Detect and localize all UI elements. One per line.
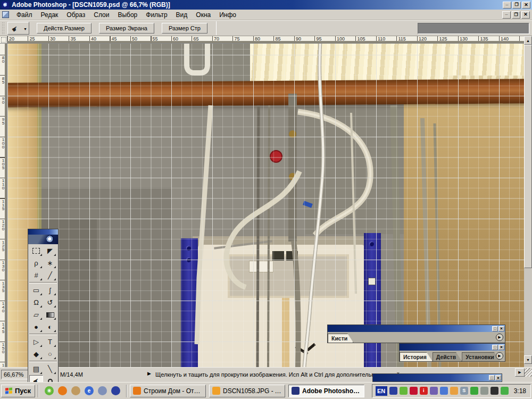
tool-magic-wand[interactable]: ∗ <box>43 257 57 269</box>
palette-close-icon[interactable]: ✕ <box>495 375 501 380</box>
palette-maximize-icon[interactable]: □ <box>492 345 498 350</box>
books-icon[interactable] <box>111 386 120 395</box>
tool-blur[interactable]: ● <box>29 321 43 333</box>
scroll-right-button[interactable]: ▶ <box>515 368 525 377</box>
lamp-icon[interactable] <box>440 387 448 395</box>
tool-crop[interactable]: # <box>29 269 43 281</box>
puzzle-icon[interactable] <box>430 387 438 395</box>
close-button[interactable] <box>522 2 530 9</box>
hruler-mark-30: 30 <box>48 36 55 41</box>
tool-rectangular-marquee[interactable] <box>29 245 43 257</box>
tool-ellipse[interactable]: ○ <box>43 348 57 360</box>
options-button-Размер Стр[interactable]: Размер Стр <box>162 23 207 34</box>
menu-item-Редак[interactable]: Редак <box>37 10 63 20</box>
tab-Установки[interactable]: Установки <box>462 352 500 361</box>
current-tool-selector[interactable]: ☛ ▼ <box>7 22 29 35</box>
tool-lasso[interactable]: ρ <box>29 257 43 269</box>
palette-well[interactable] <box>418 23 529 34</box>
tool-brush[interactable]: ʃ <box>43 284 57 296</box>
docked-palette-titlebar[interactable]: □ ✕ <box>373 374 502 381</box>
tool-pen[interactable]: ◆ <box>29 348 43 360</box>
toolbox-titlebar[interactable] <box>28 229 58 235</box>
tool-path-selection[interactable]: ▷ <box>29 336 43 348</box>
tab-История[interactable]: История <box>400 352 433 361</box>
palette-menu-icon[interactable]: ▶ <box>496 352 503 360</box>
tool-eyedropper[interactable]: ╲ <box>43 363 57 375</box>
tool-notes[interactable]: ▤ <box>29 363 43 375</box>
ati-icon[interactable] <box>410 387 418 395</box>
tool-move[interactable]: ◤ <box>43 245 57 257</box>
options-bar-grip[interactable] <box>2 22 5 34</box>
palette-maximize-icon[interactable]: □ <box>492 326 498 331</box>
menu-item-Слои[interactable]: Слои <box>89 10 113 20</box>
options-button-Действ.Размер[interactable]: Действ.Размер <box>37 23 92 34</box>
menu-item-Образ[interactable]: Образ <box>62 10 89 20</box>
firefox-icon[interactable] <box>58 386 67 395</box>
chevron-down-icon[interactable]: ▼ <box>22 22 29 35</box>
eye-icon[interactable] <box>470 387 478 395</box>
books-icon[interactable] <box>389 387 397 395</box>
restore-button[interactable] <box>512 2 521 9</box>
dot-icon[interactable] <box>480 387 488 395</box>
image-canvas[interactable] <box>7 44 524 367</box>
language-indicator[interactable]: EN <box>376 386 387 396</box>
tool-history-brush[interactable]: ↺ <box>43 296 57 309</box>
taskbar-task-2[interactable]: DSCN1058.JPG - ACD... <box>209 385 285 397</box>
window-resize-grip[interactable] <box>525 368 532 377</box>
document-icon[interactable] <box>2 11 9 18</box>
media-player-icon[interactable] <box>98 386 107 395</box>
info-icon[interactable]: i <box>420 387 428 395</box>
menu-item-Фильтр[interactable]: Фильтр <box>142 10 171 20</box>
mail-icon[interactable] <box>71 386 80 395</box>
taskbar-task-1[interactable]: Строим Дом - Ответ... <box>130 385 206 397</box>
vruler-mark-155: 155 <box>1 363 6 368</box>
scroll-down-button[interactable]: ▼ <box>524 355 532 364</box>
hruler-mark-20: 20 <box>7 36 14 41</box>
brushes-palette-titlebar[interactable]: □ ✕ <box>328 325 505 332</box>
history-palette-titlebar[interactable]: □ ✕ <box>400 344 505 351</box>
minimize-button[interactable] <box>503 2 511 9</box>
windows-logo-icon <box>5 387 13 394</box>
icq-flower-icon[interactable] <box>400 387 408 395</box>
vertical-scrollbar[interactable]: ▲ ▼ <box>524 36 532 367</box>
shield-icon[interactable] <box>501 387 509 395</box>
menu-item-Вид[interactable]: Вид <box>172 10 192 20</box>
tool-eraser[interactable]: ▱ <box>29 309 43 321</box>
palette-close-icon[interactable]: ✕ <box>498 326 504 331</box>
vertical-scroll-thumb[interactable] <box>524 45 532 268</box>
menu-item-Окна[interactable]: Окна <box>192 10 215 20</box>
tab-brushes[interactable]: Кисти <box>328 334 353 343</box>
doc-close-button[interactable] <box>521 11 530 19</box>
tool-healing-brush[interactable]: ▭ <box>29 284 43 296</box>
zoom-level-field[interactable]: 66,67% <box>1 370 29 379</box>
taskbar-task-3[interactable]: Adobe Photoshop - ... <box>288 385 364 397</box>
vruler-mark-140: 140 <box>1 302 6 313</box>
doc-minimize-button[interactable] <box>502 11 511 19</box>
tab-Действ[interactable]: Действ <box>433 352 462 361</box>
scheduler-icon[interactable]: S <box>460 387 468 395</box>
start-button[interactable]: Пуск <box>1 385 35 397</box>
icq-flower-icon[interactable]: ✳ <box>45 386 54 395</box>
tool-burn[interactable]: ◐ <box>43 321 57 333</box>
volume-icon[interactable] <box>491 387 498 395</box>
internet-explorer-icon[interactable]: e <box>85 386 94 395</box>
tool-type[interactable]: T <box>43 336 57 348</box>
options-button-Размер Экрана[interactable]: Размер Экрана <box>99 23 154 34</box>
status-arrow-icon[interactable]: ▶ <box>147 371 151 376</box>
tool-gradient[interactable] <box>43 309 57 321</box>
doc-restore-button[interactable] <box>512 11 520 19</box>
adobe-logo-banner[interactable] <box>28 235 58 244</box>
tool-clone-stamp[interactable]: Ω <box>29 296 43 309</box>
palette-close-icon[interactable]: ✕ <box>498 345 504 350</box>
scroll-up-button[interactable]: ▲ <box>524 36 532 45</box>
palette-menu-icon[interactable]: ▶ <box>496 334 503 341</box>
palette-maximize-icon[interactable]: □ <box>489 375 495 380</box>
tray-clock[interactable]: 3:18 <box>514 387 526 395</box>
agent-icon[interactable] <box>450 387 458 395</box>
tool-slice[interactable]: ╱ <box>43 269 57 281</box>
vruler-mark-105: 105 <box>1 159 6 170</box>
menu-item-Инфо[interactable]: Инфо <box>215 10 240 20</box>
menu-item-Файл[interactable]: Файл <box>12 10 37 20</box>
menu-item-Выбор[interactable]: Выбор <box>113 10 142 20</box>
toolbox-separator <box>29 361 57 362</box>
